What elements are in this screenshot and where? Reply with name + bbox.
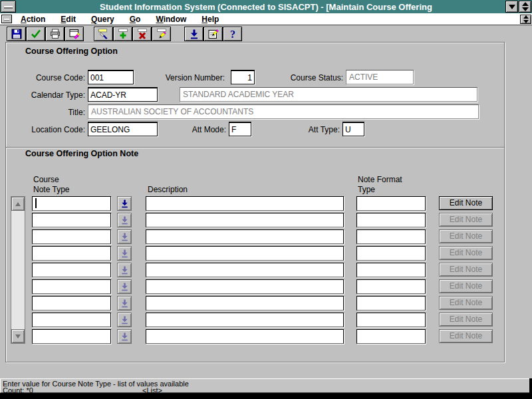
scroll-down-button[interactable]	[11, 329, 25, 343]
accept-button[interactable]	[26, 27, 45, 41]
note-description-input[interactable]	[146, 329, 344, 344]
note-type-input[interactable]	[32, 279, 111, 294]
note-description-input[interactable]	[146, 263, 344, 277]
note-description-input[interactable]	[146, 296, 344, 311]
note-format-type-input[interactable]	[356, 329, 426, 344]
note-type-input[interactable]	[32, 229, 111, 244]
edit-note-button: Edit Note	[439, 279, 493, 293]
description-header: Description	[148, 185, 188, 194]
section-header-course-offering-option: Course Offering Option	[25, 47, 118, 56]
note-format-type-input[interactable]	[356, 279, 426, 294]
location-code-field[interactable]	[88, 122, 158, 136]
menu-help[interactable]: Help	[200, 14, 220, 25]
save-button[interactable]	[7, 27, 26, 41]
minimize-button[interactable]	[505, 1, 518, 13]
note-type-input[interactable]	[32, 246, 111, 261]
note-type-input[interactable]	[32, 213, 111, 227]
note-format-type-input[interactable]	[356, 246, 426, 261]
help-button[interactable]: ?	[223, 27, 242, 41]
menu-window[interactable]: Window	[154, 14, 188, 25]
edit-note-button: Edit Note	[439, 263, 493, 277]
note-type-lov-button	[117, 246, 132, 261]
menu-go[interactable]: Go	[128, 14, 142, 25]
note-format-header-line2: Type	[358, 185, 375, 194]
checkmark-icon	[30, 28, 42, 40]
update-record-button[interactable]	[152, 27, 171, 41]
edit-field-button[interactable]	[203, 27, 223, 41]
att-mode-label: Att Mode:	[160, 125, 226, 134]
lov-down-arrow-icon	[120, 331, 130, 342]
down-arrow-icon	[188, 28, 200, 40]
screen-edge-right	[529, 378, 532, 399]
delete-record-button[interactable]	[132, 27, 152, 41]
note-type-lov-button[interactable]	[117, 196, 132, 211]
course-code-field[interactable]	[88, 70, 134, 84]
list-of-values-button[interactable]	[184, 27, 203, 41]
note-description-input[interactable]	[146, 229, 344, 244]
note-description-input[interactable]	[146, 313, 344, 327]
version-number-label: Version Number:	[153, 73, 225, 82]
version-number-field[interactable]	[231, 70, 255, 84]
edit-note-button: Edit Note	[439, 246, 493, 260]
print-review-button[interactable]	[65, 27, 84, 41]
att-type-label: Att Type:	[273, 125, 340, 134]
att-type-field[interactable]	[342, 122, 364, 136]
note-format-type-input[interactable]	[356, 196, 426, 211]
menu-edit[interactable]: Edit	[59, 14, 77, 25]
restore-button[interactable]	[519, 1, 531, 13]
note-type-input[interactable]	[32, 313, 111, 327]
scroll-up-button[interactable]	[11, 197, 25, 211]
restore-icon	[522, 2, 529, 11]
query-torch-icon	[98, 28, 110, 40]
print-review-icon	[68, 28, 80, 40]
note-description-input[interactable]	[146, 279, 344, 294]
note-description-input[interactable]	[146, 246, 344, 261]
note-type-lov-button	[117, 296, 132, 311]
note-format-type-input[interactable]	[356, 229, 426, 244]
lov-down-arrow-icon	[120, 315, 130, 325]
record-scrollbar[interactable]	[11, 196, 25, 344]
scroll-down-icon	[15, 334, 21, 338]
menu-action[interactable]: Action	[19, 14, 47, 25]
lov-down-arrow-icon	[120, 281, 130, 292]
note-format-type-input[interactable]	[356, 263, 426, 277]
note-format-type-input[interactable]	[356, 213, 426, 227]
att-mode-field[interactable]	[229, 122, 251, 136]
section-divider	[6, 147, 504, 148]
enter-query-button[interactable]	[94, 27, 113, 41]
plus-icon	[117, 28, 129, 40]
pencil-icon	[156, 28, 168, 40]
print-button[interactable]	[45, 27, 65, 41]
child-system-menu-button[interactable]	[1, 15, 12, 23]
calendar-type-label: Calendar Type:	[13, 90, 85, 100]
insert-record-button[interactable]	[113, 27, 132, 41]
calendar-description-field: STANDARD ACADEMIC YEAR	[180, 87, 477, 102]
note-description-input[interactable]	[146, 196, 344, 211]
child-restore-button[interactable]	[520, 15, 531, 24]
menu-bar: Action Edit Query Go Window Help	[0, 13, 532, 25]
note-type-lov-button	[117, 213, 132, 227]
note-type-input[interactable]	[32, 296, 111, 311]
note-description-input[interactable]	[146, 213, 344, 227]
location-code-label: Location Code:	[13, 125, 85, 134]
toolbar: ?	[0, 25, 532, 42]
svg-text:?: ?	[230, 29, 235, 40]
lov-down-arrow-icon	[120, 248, 130, 259]
menu-query[interactable]: Query	[90, 14, 116, 25]
note-type-input[interactable]	[32, 329, 111, 344]
calendar-type-field[interactable]	[88, 87, 158, 102]
screen-edge-bottom	[0, 393, 532, 399]
note-type-lov-button	[117, 313, 132, 327]
lov-down-arrow-icon	[120, 265, 130, 275]
note-type-lov-button	[117, 329, 132, 344]
note-format-type-input[interactable]	[356, 313, 426, 327]
edit-note-button: Edit Note	[439, 229, 493, 243]
note-type-lov-button	[117, 263, 132, 277]
edit-note-button[interactable]: Edit Note	[439, 196, 493, 210]
lov-down-arrow-icon	[120, 298, 130, 309]
x-icon	[136, 28, 148, 40]
save-icon	[11, 28, 23, 40]
note-format-type-input[interactable]	[356, 296, 426, 311]
note-type-input[interactable]	[32, 196, 111, 211]
note-type-input[interactable]	[32, 263, 111, 277]
